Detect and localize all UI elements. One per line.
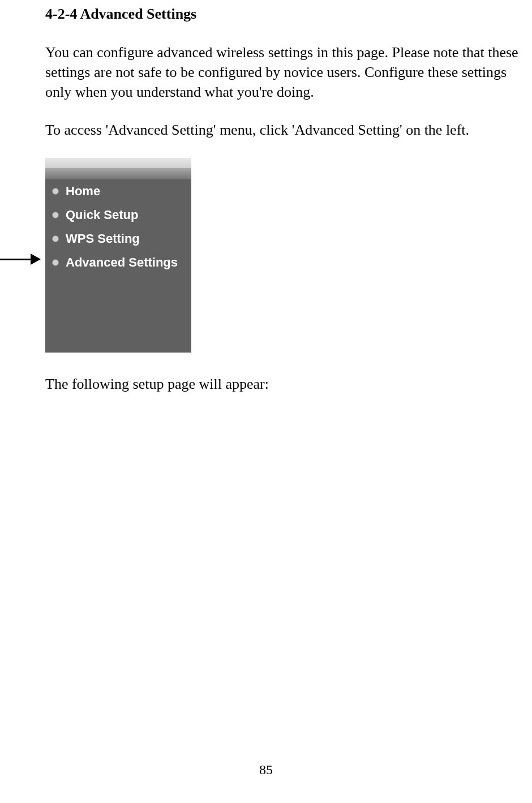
menu-item-wps-setting[interactable]: WPS Setting [45,227,191,251]
menu-item-advanced-settings[interactable]: Advanced Settings [45,251,191,274]
bullet-icon [52,235,59,242]
menu-item-home[interactable]: Home [45,179,191,203]
section-heading: 4-2-4 Advanced Settings [45,6,532,23]
menu-item-label: Home [66,184,100,199]
menu-title-bar [45,158,191,168]
arrow-line [0,259,31,260]
bullet-icon [52,212,59,218]
paragraph-following: The following setup page will appear: [45,374,526,394]
bullet-icon [52,188,59,195]
menu-item-label: Quick Setup [66,208,138,222]
paragraph-intro: You can configure advanced wireless sett… [45,42,526,102]
menu-item-quick-setup[interactable]: Quick Setup [45,203,191,227]
paragraph-access: To access 'Advanced Setting' menu, click… [45,120,526,140]
arrow-indicator [0,254,41,265]
bullet-icon [52,259,59,266]
menu-item-label: Advanced Settings [66,255,178,270]
menu-item-label: WPS Setting [66,231,140,246]
menu-screenshot: Home Quick Setup WPS Setting Advanced Se… [45,158,191,353]
arrow-head-icon [31,254,41,265]
page-number: 85 [0,762,532,778]
menu-gradient [45,168,191,179]
